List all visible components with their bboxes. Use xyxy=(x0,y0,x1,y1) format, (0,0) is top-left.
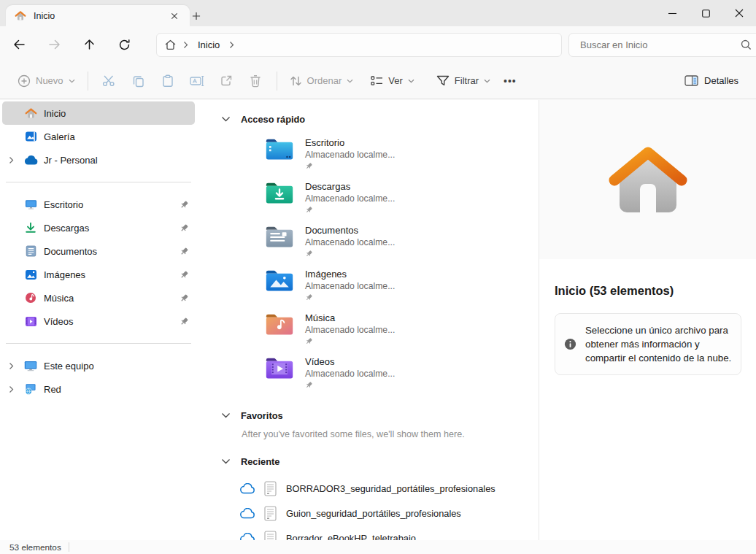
pin-icon xyxy=(180,317,189,326)
search-icon[interactable] xyxy=(741,39,752,50)
search-input[interactable] xyxy=(579,39,741,51)
sidebar-item-inicio[interactable]: Inicio xyxy=(2,101,195,125)
pin-icon xyxy=(180,247,189,256)
pin-icon xyxy=(180,293,189,303)
delete-button[interactable] xyxy=(241,68,270,94)
sidebar-item-documentos[interactable]: Documentos xyxy=(2,239,195,263)
more-options-button[interactable]: ••• xyxy=(496,72,524,90)
sidebar-item-este-equipo[interactable]: Este equipo xyxy=(2,354,195,377)
share-button[interactable] xyxy=(212,68,241,94)
new-tab-button[interactable] xyxy=(185,7,207,25)
folder-item-descargas[interactable]: Descargas Almacenado localme... xyxy=(197,180,539,224)
plus-circle-icon xyxy=(18,74,31,88)
status-bar: 53 elementos xyxy=(0,540,756,554)
desktop-icon xyxy=(20,199,42,210)
recent-file-row[interactable]: Guion_seguridad_portátiles_profesionales xyxy=(197,501,539,526)
home-preview-icon xyxy=(606,142,690,217)
sidebar-divider xyxy=(6,343,191,344)
filter-button[interactable]: Filtrar xyxy=(431,71,496,91)
sidebar-item-onedrive[interactable]: Jr - Personal xyxy=(2,148,195,172)
chevron-down-icon xyxy=(484,79,490,83)
folder-item-videos[interactable]: Vídeos Almacenado localme... xyxy=(197,355,539,399)
sidebar-item-galeria[interactable]: Galería xyxy=(2,125,195,148)
sidebar-item-escritorio[interactable]: Escritorio xyxy=(2,193,195,216)
cloud-status-icon xyxy=(240,533,255,541)
tab-inicio[interactable]: Inicio xyxy=(6,5,190,26)
chevron-down-icon[interactable] xyxy=(221,412,231,418)
chevron-down-icon[interactable] xyxy=(221,458,231,464)
sidebar-item-imagenes[interactable]: Imágenes xyxy=(2,263,195,286)
cloud-status-icon xyxy=(240,508,255,519)
onedrive-cloud-icon xyxy=(20,155,42,165)
pin-icon xyxy=(305,380,395,391)
chevron-right-icon[interactable] xyxy=(183,41,188,49)
folder-item-imagenes[interactable]: Imágenes Almacenado localme... xyxy=(197,268,539,312)
close-button[interactable] xyxy=(722,0,756,26)
view-button-label: Ver xyxy=(388,75,403,86)
pin-icon xyxy=(180,200,189,209)
refresh-button[interactable] xyxy=(112,32,136,57)
sidebar-item-descargas[interactable]: Descargas xyxy=(2,216,195,239)
sidebar-item-label: Imágenes xyxy=(44,269,85,280)
minimize-button[interactable] xyxy=(655,0,689,26)
up-button[interactable] xyxy=(77,32,101,57)
sidebar-item-musica[interactable]: Música xyxy=(2,286,195,309)
sidebar-item-label: Descargas xyxy=(44,223,89,234)
sidebar-item-label: Documentos xyxy=(44,246,97,257)
documents-folder-icon xyxy=(265,225,294,249)
folder-item-escritorio[interactable]: Escritorio Almacenado localme... xyxy=(197,136,539,180)
paste-button[interactable] xyxy=(153,68,182,94)
view-button[interactable]: Ver xyxy=(365,71,420,91)
app-body: Inicio Galería Jr - Personal xyxy=(0,100,756,540)
breadcrumb-home-icon[interactable] xyxy=(164,39,177,50)
forward-button[interactable] xyxy=(42,32,66,57)
title-bar: Inicio xyxy=(0,0,756,26)
pin-icon xyxy=(305,336,395,347)
details-pane-icon xyxy=(684,75,698,86)
chevron-right-icon[interactable] xyxy=(2,385,20,393)
details-pane: Inicio (53 elementos) Seleccione un únic… xyxy=(539,100,756,540)
maximize-button[interactable] xyxy=(689,0,722,26)
address-bar[interactable]: Inicio xyxy=(156,33,562,57)
recent-file-name: BORRADOR3_seguridad_portátiles_profesion… xyxy=(286,483,495,494)
section-quick-access: Acceso rápido xyxy=(197,112,539,126)
chevron-right-icon[interactable] xyxy=(2,362,20,370)
folder-name: Escritorio xyxy=(305,137,395,149)
recent-file-row[interactable]: Borrador_eBookHP_teletrabajo xyxy=(197,526,539,540)
info-card: Seleccione un único archivo para obtener… xyxy=(555,313,741,375)
breadcrumb[interactable]: Inicio xyxy=(195,39,223,50)
rename-button[interactable] xyxy=(182,68,212,94)
music-folder-icon xyxy=(265,312,294,336)
details-pane-toggle[interactable]: Detalles xyxy=(679,71,744,91)
pictures-icon xyxy=(20,269,42,280)
cloud-status-icon xyxy=(240,483,255,494)
sidebar-item-videos[interactable]: Vídeos xyxy=(2,309,195,333)
desktop-folder-icon xyxy=(265,137,294,161)
sidebar-item-red[interactable]: Red xyxy=(2,377,195,401)
sort-button[interactable]: Ordenar xyxy=(284,71,360,91)
sidebar-item-label: Este equipo xyxy=(44,361,94,372)
folder-item-documentos[interactable]: Documentos Almacenado localme... xyxy=(197,224,539,268)
tab-close-icon[interactable] xyxy=(166,8,182,24)
chevron-down-icon xyxy=(69,79,75,83)
new-button[interactable]: Nuevo xyxy=(12,70,81,92)
chevron-right-icon[interactable] xyxy=(229,41,234,49)
copy-button[interactable] xyxy=(124,68,153,94)
back-button[interactable] xyxy=(7,32,31,57)
chevron-right-icon[interactable] xyxy=(2,156,20,164)
this-pc-icon xyxy=(20,360,42,372)
new-button-label: Nuevo xyxy=(36,75,63,86)
recent-file-row[interactable]: BORRADOR3_seguridad_portátiles_profesion… xyxy=(197,476,539,501)
sidebar-item-label: Galería xyxy=(44,131,75,142)
toolbar-divider xyxy=(88,72,88,91)
search-box[interactable] xyxy=(568,33,756,57)
sidebar-item-label: Inicio xyxy=(44,108,66,119)
document-file-icon xyxy=(264,481,277,496)
cut-button[interactable] xyxy=(95,68,124,94)
chevron-down-icon xyxy=(347,79,353,83)
document-icon xyxy=(20,245,42,257)
chevron-down-icon[interactable] xyxy=(221,116,231,122)
chevron-down-icon xyxy=(408,79,414,83)
folder-item-musica[interactable]: Música Almacenado localme... xyxy=(197,312,539,355)
sidebar-item-label: Música xyxy=(44,293,74,304)
